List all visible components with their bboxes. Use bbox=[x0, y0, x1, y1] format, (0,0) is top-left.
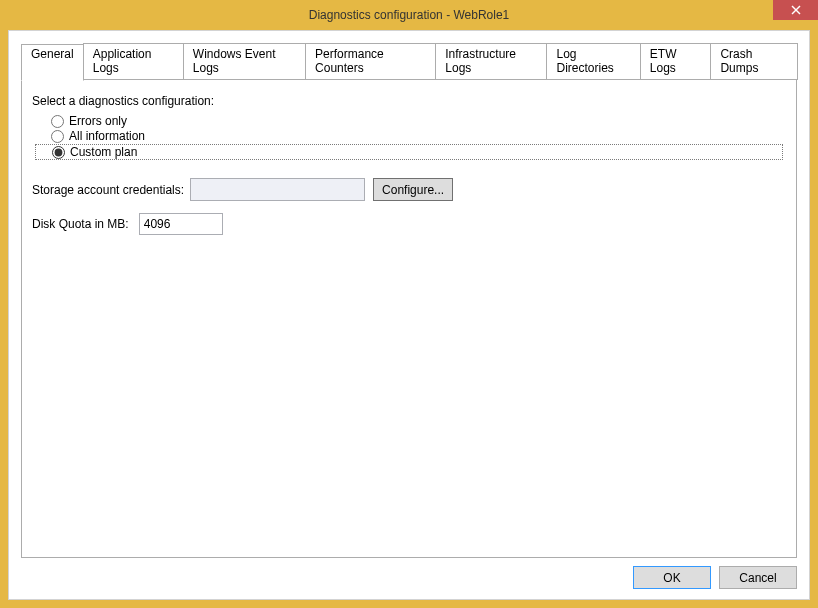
dialog-button-bar: OK Cancel bbox=[21, 566, 797, 589]
close-button[interactable] bbox=[773, 0, 818, 20]
radio-all-info-row[interactable]: All information bbox=[35, 129, 783, 143]
tab-etw-logs[interactable]: ETW Logs bbox=[640, 43, 712, 80]
storage-label: Storage account credentials: bbox=[32, 183, 184, 197]
tab-windows-event-logs[interactable]: Windows Event Logs bbox=[183, 43, 306, 80]
radio-all-info[interactable] bbox=[51, 130, 64, 143]
dialog-body: General Application Logs Windows Event L… bbox=[8, 30, 810, 600]
radio-custom-plan-row[interactable]: Custom plan bbox=[35, 144, 783, 160]
tab-general[interactable]: General bbox=[21, 44, 84, 81]
disk-quota-input[interactable] bbox=[139, 213, 223, 235]
window-title: Diagnostics configuration - WebRole1 bbox=[0, 8, 818, 22]
tab-panel-general: Select a diagnostics configuration: Erro… bbox=[21, 79, 797, 558]
storage-credentials-input[interactable] bbox=[190, 178, 365, 201]
diagnostics-radio-group: Errors only All information Custom plan bbox=[32, 112, 786, 164]
configure-button[interactable]: Configure... bbox=[373, 178, 453, 201]
radio-custom-plan[interactable] bbox=[52, 146, 65, 159]
ok-button[interactable]: OK bbox=[633, 566, 711, 589]
radio-errors-only[interactable] bbox=[51, 115, 64, 128]
tab-application-logs[interactable]: Application Logs bbox=[83, 43, 184, 80]
section-label: Select a diagnostics configuration: bbox=[32, 94, 786, 108]
disk-quota-row: Disk Quota in MB: bbox=[32, 213, 786, 235]
radio-errors-only-row[interactable]: Errors only bbox=[35, 114, 783, 128]
title-bar: Diagnostics configuration - WebRole1 bbox=[0, 0, 818, 30]
radio-errors-only-label: Errors only bbox=[69, 114, 127, 128]
radio-custom-plan-label: Custom plan bbox=[70, 145, 137, 159]
cancel-button[interactable]: Cancel bbox=[719, 566, 797, 589]
tab-infrastructure-logs[interactable]: Infrastructure Logs bbox=[435, 43, 547, 80]
tab-performance-counters[interactable]: Performance Counters bbox=[305, 43, 436, 80]
tab-row: General Application Logs Windows Event L… bbox=[21, 43, 797, 80]
close-icon bbox=[791, 5, 801, 15]
disk-quota-label: Disk Quota in MB: bbox=[32, 217, 129, 231]
radio-all-info-label: All information bbox=[69, 129, 145, 143]
tab-log-directories[interactable]: Log Directories bbox=[546, 43, 640, 80]
storage-row: Storage account credentials: Configure..… bbox=[32, 178, 786, 201]
tab-crash-dumps[interactable]: Crash Dumps bbox=[710, 43, 798, 80]
